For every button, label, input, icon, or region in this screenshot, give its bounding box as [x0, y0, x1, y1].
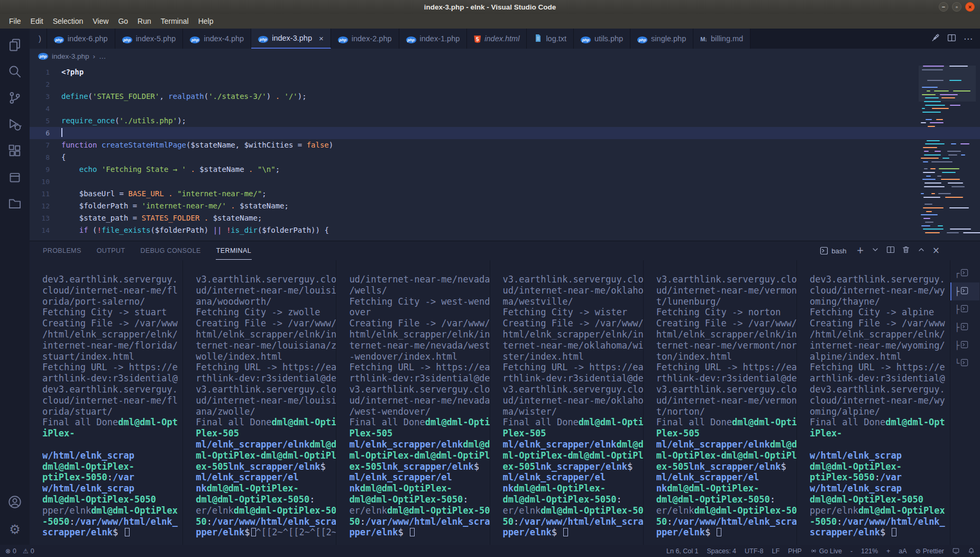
preview-icon[interactable]	[931, 33, 940, 44]
terminal-row: Fetching URL -> https://ea	[503, 362, 643, 373]
terminal-row: dml@dml-OptiPlex-	[810, 461, 950, 472]
terminal-row: html/elnk_scrapper/elnk/in	[656, 329, 796, 340]
terminal-row: rthlink-dev:r3sidential@de	[349, 373, 489, 384]
go-live[interactable]: Go Live	[810, 547, 842, 555]
terminal-split-5[interactable]: v3.earthlink.serverguy.cloud/internet-ne…	[644, 260, 797, 545]
indentation[interactable]: Spaces: 4	[707, 547, 736, 555]
terminal-split-4[interactable]: v3.earthlink.serverguy.cloud/internet-ne…	[490, 260, 644, 545]
cursor-position[interactable]: Ln 6, Col 1	[666, 547, 698, 555]
terminal-tab-3[interactable]: ├	[950, 300, 979, 318]
status-bar: ⊗0⚠0 Ln 6, Col 1Spaces: 4UTF-8LFPHPGo Li…	[0, 545, 980, 557]
panel-tab-debug-console[interactable]: DEBUG CONSOLE	[140, 242, 201, 259]
panel-tab-output[interactable]: OUTPUT	[96, 242, 126, 259]
breadcrumb[interactable]: php index-3.php › …	[30, 49, 980, 63]
terminal-split-3[interactable]: ud/internet-near-me/nevada/wells/Fetchin…	[336, 260, 490, 545]
shell-selector[interactable]: bash	[820, 246, 846, 255]
tab-billing-md[interactable]: M↓billing.md	[693, 29, 750, 49]
menu-terminal[interactable]: Terminal	[156, 15, 194, 27]
terminal-tab-1[interactable]: ┌	[950, 264, 979, 282]
tab-label: index-1.php	[420, 34, 460, 43]
menu-view[interactable]: View	[88, 15, 113, 27]
zoom-level[interactable]: 121%	[861, 547, 878, 555]
panel-tab-problems[interactable]: PROBLEMS	[42, 242, 82, 259]
language-mode[interactable]: PHP	[788, 547, 802, 555]
tab-index-1-php[interactable]: phpindex-1.php	[399, 29, 468, 49]
box-icon[interactable]	[0, 165, 30, 189]
terminal-tab-2[interactable]: ├	[950, 282, 979, 300]
menu-run[interactable]: Run	[133, 15, 156, 27]
menu-help[interactable]: Help	[194, 15, 218, 27]
zoom-in[interactable]: +	[886, 547, 890, 555]
account-icon[interactable]	[0, 490, 30, 514]
terminal-split-1[interactable]: dev3.earthlink.serverguy.cloud/internet-…	[30, 260, 183, 545]
tab-index-3-php[interactable]: phpindex-3.php×	[251, 29, 331, 49]
terminal-split-2[interactable]: v3.earthlink.serverguy.cloud/internet-ne…	[183, 260, 336, 545]
run-debug-icon[interactable]	[0, 112, 30, 136]
tab-log-txt[interactable]: log.txt	[527, 29, 574, 49]
split-icon[interactable]	[947, 33, 956, 44]
terminal-row: cloud/internet-near-me/wy	[810, 395, 950, 406]
chevron-up-icon[interactable]	[917, 245, 926, 256]
tab-index-html[interactable]: 5index.html	[467, 29, 527, 49]
encoding[interactable]: UTF-8	[745, 547, 763, 555]
panel-tab-terminal[interactable]: TERMINAL	[216, 242, 252, 260]
tab-single-php[interactable]: phpsingle.php	[630, 29, 693, 49]
warning-item[interactable]: ⚠0	[23, 547, 34, 555]
trash-icon[interactable]	[902, 245, 910, 256]
terminal-tab-6[interactable]: └	[950, 354, 979, 372]
plus-icon[interactable]: +	[857, 246, 864, 255]
source-control-icon[interactable]	[0, 86, 30, 110]
terminal-panel[interactable]: dev3.earthlink.serverguy.cloud/internet-…	[30, 260, 980, 545]
terminal-row: v3.earthlink.serverguy.clo	[196, 384, 336, 395]
terminal-tab-5[interactable]: ├	[950, 336, 979, 354]
screencast[interactable]	[952, 547, 959, 554]
more-icon[interactable]: ⋯	[964, 33, 973, 44]
folder-icon[interactable]	[0, 191, 30, 216]
tab-index-5-php[interactable]: phpindex-5.php	[115, 29, 184, 49]
close-icon[interactable]: ×	[932, 246, 940, 255]
terminal-icon	[960, 269, 968, 279]
error-item[interactable]: ⊗0	[5, 547, 16, 555]
title-bar[interactable]: index-3.php - elnk - Visual Studio Code …	[0, 0, 980, 14]
tab-index-2-php[interactable]: phpindex-2.php	[331, 29, 399, 49]
terminal-row: pper/elnk$	[349, 527, 489, 538]
prettier[interactable]: ⊘Prettier	[915, 547, 944, 555]
maximize-button[interactable]: ▫	[952, 2, 961, 12]
terminal-split-6[interactable]: dev3.earthlink.serverguy.cloud/internet-…	[797, 260, 950, 545]
terminal-row: stuart/index.html	[42, 351, 182, 362]
tab-index-4-php[interactable]: phpindex-4.php	[183, 29, 251, 49]
settings-gear-icon[interactable]: ⚙	[0, 517, 30, 542]
menu-go[interactable]: Go	[113, 15, 133, 27]
explorer-icon[interactable]	[0, 33, 30, 57]
extensions-icon[interactable]	[0, 139, 30, 163]
close-button[interactable]: ×	[965, 2, 975, 12]
eol[interactable]: LF	[772, 547, 780, 555]
menu-selection[interactable]: Selection	[48, 15, 88, 27]
php-icon: php	[637, 36, 647, 43]
terminal-row: scrapper/elnk$	[810, 527, 950, 538]
terminal-row: Fetching City -> west-wend	[349, 296, 489, 307]
tab-close-icon[interactable]: ×	[319, 34, 324, 43]
notifications[interactable]	[968, 547, 975, 554]
menu-edit[interactable]: Edit	[26, 15, 48, 27]
chevron-down-icon[interactable]	[871, 245, 880, 256]
code-line: 12 $folderPath = 'internet-near-me/' . $…	[30, 200, 980, 212]
terminal-row: ma/wister/	[503, 406, 643, 417]
split-icon[interactable]	[886, 245, 895, 256]
menu-file[interactable]: File	[4, 15, 26, 27]
code-editor[interactable]: 1<?php23define('STATES_FOLDER', realpath…	[30, 63, 980, 241]
terminal-row: pper/elnk$	[656, 527, 796, 538]
terminal-row: nkdml@dml-OptiPlex-	[656, 483, 796, 494]
terminal-row: /wells/	[349, 285, 489, 296]
terminal-row: ternet-near-me/oklahoma/wi	[503, 340, 643, 351]
terminal-row: html/elnk_scrapper/elnk/in	[196, 329, 336, 340]
tab--[interactable]: )	[30, 29, 47, 49]
tab-utils-php[interactable]: phputils.php	[574, 29, 630, 49]
font-toggle[interactable]: aA	[899, 547, 906, 555]
search-icon[interactable]	[0, 59, 30, 84]
terminal-tab-4[interactable]: ├	[950, 318, 979, 336]
terminal-row: t/lunenburg/	[656, 296, 796, 307]
tab-index-6-php[interactable]: phpindex-6.php	[47, 29, 115, 49]
zoom-out[interactable]: -	[850, 547, 853, 555]
minimize-button[interactable]: −	[939, 2, 948, 12]
